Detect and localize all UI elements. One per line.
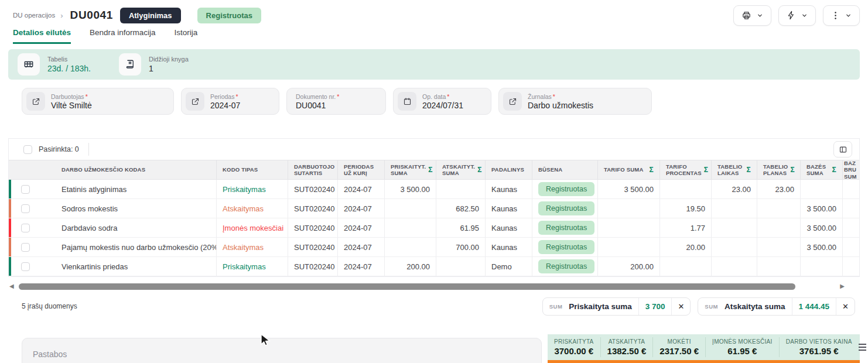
cell-kodo-tipas: Priskaitymas xyxy=(217,180,288,198)
cell-periodas: 2024-07 xyxy=(338,257,385,276)
header-clipped-column[interactable]: BAZ BRU SUM xyxy=(843,160,859,179)
tab-istorija[interactable]: Istorija xyxy=(175,28,198,44)
scroll-left-icon[interactable]: ◀ xyxy=(9,283,14,289)
field-text: Periodas* 2024-07 xyxy=(210,93,240,110)
row-checkbox[interactable] xyxy=(21,262,30,271)
header-darbuotojo-sutartis[interactable]: DARBUOTOJO SUTARTIS xyxy=(288,160,338,179)
document-type-badge: Atlyginimas xyxy=(120,8,181,23)
notes-box[interactable] xyxy=(22,338,542,363)
actions-flash-button[interactable] xyxy=(778,5,816,26)
table-row[interactable]: Vienkartinis priedas Priskaitymas SUT020… xyxy=(9,257,859,276)
cell-tabelio-planas xyxy=(757,238,801,256)
document-fields: Darbuotojas* Viltė Smiltė Periodas* 2024… xyxy=(22,88,860,115)
header-tabelio-planas[interactable]: TABELIO PLANASΣ xyxy=(757,160,801,179)
scrollbar-thumb[interactable] xyxy=(19,283,796,290)
horizontal-scrollbar[interactable]: ◀ ▶ xyxy=(9,282,859,290)
header-padalinys[interactable]: PADALINYS xyxy=(486,160,532,179)
totals-menu-icon[interactable] xyxy=(859,337,866,357)
close-icon[interactable]: ✕ xyxy=(671,298,690,315)
close-icon[interactable]: ✕ xyxy=(836,298,855,315)
info-item-didzioji-knyga[interactable]: Didžioji knyga 1 xyxy=(119,53,189,76)
table-row[interactable]: Darbdavio sodra Įmonės mokesčiai SUT0202… xyxy=(9,218,859,238)
header-bazes-suma[interactable]: BAZĖS SUMAΣ xyxy=(801,160,843,179)
sum-label: Atskaityta suma xyxy=(725,302,792,311)
header-periodas-uz-kuri[interactable]: PERIODAS UŽ KURĮ xyxy=(338,160,385,179)
cell-atskaityta: 61.95 xyxy=(436,218,486,237)
total-moketi: MOKĖTI 2317.50 € xyxy=(653,337,706,357)
cell-code: Sodros mokestis xyxy=(45,199,217,218)
field-label: Darbuotojas* xyxy=(51,93,92,100)
field-periodas[interactable]: Periodas* 2024-07 xyxy=(181,88,279,115)
field-value: Darbo užmokestis xyxy=(528,101,593,110)
external-link-icon[interactable] xyxy=(26,92,45,111)
sigma-icon[interactable]: Σ xyxy=(744,166,751,174)
calendar-icon[interactable] xyxy=(398,92,416,111)
header-tabelio-laikas[interactable]: TABELIO LAIKASΣ xyxy=(712,160,757,179)
flash-icon xyxy=(787,11,796,20)
external-link-icon[interactable] xyxy=(503,92,522,111)
more-options-button[interactable] xyxy=(823,5,860,26)
row-checkbox[interactable] xyxy=(21,243,30,252)
cell-periodas: 2024-07 xyxy=(338,180,385,198)
table-row[interactable]: Etatinis atlyginimas Priskaitymas SUT020… xyxy=(9,180,859,199)
cell-sutartis: SUT020240 xyxy=(288,238,338,256)
sigma-icon[interactable]: Σ xyxy=(475,166,481,174)
tab-detalios-eilutes[interactable]: Detalios eilutės xyxy=(13,28,71,44)
info-label: Tabelis xyxy=(47,56,91,63)
header-tarifo-procentas[interactable]: TARIFO PROCENTASΣ xyxy=(660,160,712,179)
field-dokumento-nr[interactable]: Dokumento nr.* DU0041 xyxy=(286,88,386,115)
field-op-data[interactable]: Op. data* 2024/07/31 xyxy=(393,88,491,115)
sum-tag: SUM xyxy=(543,303,569,310)
kebab-menu-icon xyxy=(831,11,840,20)
sum-chip-priskaityta[interactable]: SUM Priskaityta suma 3 700 ✕ xyxy=(542,297,691,316)
cell-padalinys: Kaunas xyxy=(486,180,532,198)
chevron-down-icon xyxy=(757,12,763,19)
scroll-right-icon[interactable]: ▶ xyxy=(840,283,845,289)
cell-code: Etatinis atlyginimas xyxy=(45,180,217,198)
tab-bendra-informacija[interactable]: Bendra informacija xyxy=(90,28,156,44)
header-kodo-tipas[interactable]: KODO TIPAS xyxy=(217,160,288,179)
header-select xyxy=(9,160,45,179)
column-settings-button[interactable] xyxy=(833,141,852,157)
header-busena[interactable]: BŪSENA xyxy=(532,160,598,179)
row-color-bar xyxy=(9,257,11,276)
cell-clipped xyxy=(843,199,859,218)
cell-tarifo-suma xyxy=(598,238,660,256)
cell-priskaityta: 200.00 xyxy=(385,257,436,276)
row-checkbox[interactable] xyxy=(21,224,30,232)
select-all-checkbox[interactable] xyxy=(23,145,32,154)
sigma-icon[interactable]: Σ xyxy=(702,166,708,174)
timesheet-icon xyxy=(18,53,40,76)
required-asterisk: * xyxy=(337,93,339,100)
header-priskaityta-suma[interactable]: PRISKAITYT. SUMAΣ xyxy=(385,160,436,179)
field-zurnalas[interactable]: Žurnalas* Darbo užmokestis xyxy=(498,88,652,115)
sigma-icon[interactable]: Σ xyxy=(647,166,654,174)
app-window: DU operacijos › DU0041 Atlyginimas Regis… xyxy=(0,0,868,363)
sigma-icon[interactable]: Σ xyxy=(426,166,432,174)
info-item-tabelis[interactable]: Tabelis 23d. / 183h. xyxy=(18,53,91,76)
sum-value: 3 700 xyxy=(638,298,672,315)
bottom-bar: PRISKAITYTA 3700.00 € ATSKAITYTA 1382.50… xyxy=(22,334,860,363)
cell-tabelio-planas xyxy=(757,199,801,218)
info-bar: Tabelis 23d. / 183h. Didžioji knyga 1 xyxy=(8,49,860,80)
table-row[interactable]: Pajamų mokestis nuo darbo užmokesčio (20… xyxy=(9,238,859,257)
print-button[interactable] xyxy=(733,5,771,26)
breadcrumb-link[interactable]: DU operacijos xyxy=(13,12,55,19)
cell-priskaityta xyxy=(385,199,436,218)
field-label: Dokumento nr.* xyxy=(296,93,339,100)
cell-kodo-tipas: Įmonės mokesčiai xyxy=(217,218,288,237)
header-tarifo-suma[interactable]: TARIFO SUMAΣ xyxy=(598,160,660,179)
sigma-icon[interactable]: Σ xyxy=(788,166,794,174)
sum-chip-atskaityta[interactable]: SUM Atskaityta suma 1 444.45 ✕ xyxy=(698,297,855,316)
row-checkbox[interactable] xyxy=(21,185,30,194)
header-atskaityta-suma[interactable]: ATSKAITYT. SUMAΣ xyxy=(436,160,486,179)
table-row[interactable]: Sodros mokestis Atskaitymas SUT020240 20… xyxy=(9,199,859,218)
external-link-icon[interactable] xyxy=(186,92,204,111)
cell-clipped xyxy=(843,180,859,198)
cell-tabelio-laikas xyxy=(712,257,757,276)
sigma-icon[interactable]: Σ xyxy=(830,166,836,174)
field-darbuotojas[interactable]: Darbuotojas* Viltė Smiltė xyxy=(22,88,174,115)
header-darbo-uzmokescio-kodas[interactable]: DARBO UŽMOKESČIO KODAS xyxy=(45,160,217,179)
notes-input[interactable] xyxy=(32,338,532,363)
row-checkbox[interactable] xyxy=(21,204,30,213)
